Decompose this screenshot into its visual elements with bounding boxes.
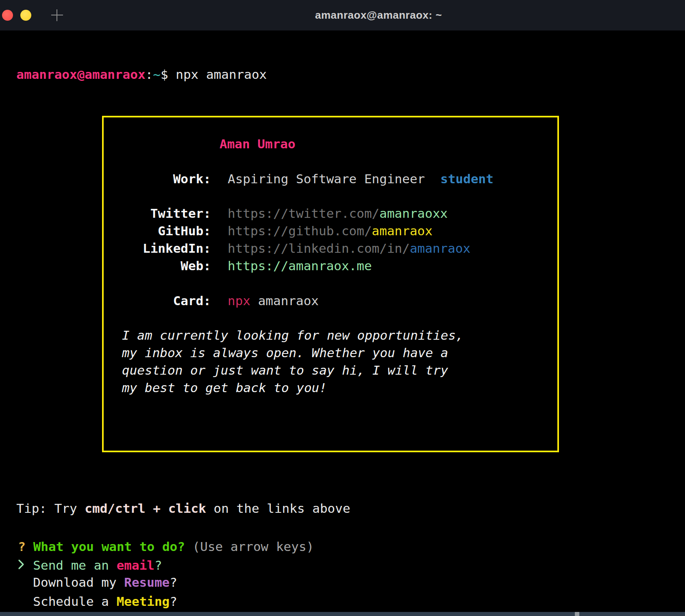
github-link[interactable]: https://github.com/amanraox	[228, 222, 433, 240]
minimize-button[interactable]	[20, 10, 31, 21]
menu-hint: (Use arrow keys)	[185, 539, 314, 554]
web-url: https://amanraox.me	[228, 258, 372, 273]
menu-option-email[interactable]: Send me an email?	[3, 539, 162, 556]
window-title: amanraox@amanraox: ~	[315, 0, 442, 30]
tip-shortcut-keys: cmd/ctrl	[85, 501, 145, 516]
card-row-web: Web: https://amanraox.me	[104, 257, 555, 275]
work-value: Aspiring Software Engineerstudent	[228, 170, 494, 188]
bottom-edge-handle	[575, 612, 579, 616]
prompt-user-host: amanraox@amanraox	[16, 67, 145, 82]
tip-line: Tip: Try cmd/ctrl + click on the links a…	[1, 482, 350, 500]
window-bottom-edge	[0, 612, 685, 616]
web-link[interactable]: https://amanraox.me	[228, 257, 372, 275]
card-cmd-label: Card:	[104, 292, 211, 310]
linkedin-link[interactable]: https://linkedin.com/in/amanraox	[228, 240, 470, 257]
menu-option-meeting[interactable]: Schedule a Meeting?	[3, 575, 177, 593]
window-titlebar: amanraox@amanraox: ~	[0, 0, 685, 30]
prompt-colon: :	[146, 67, 153, 82]
prompt-path: ~	[153, 67, 161, 82]
close-button[interactable]	[2, 10, 13, 21]
tip-prefix: Tip: Try	[16, 501, 85, 516]
new-tab-icon[interactable]	[51, 9, 63, 21]
menu-option-quit[interactable]: Just quit.	[3, 594, 109, 612]
option-highlight-meeting: Meeting	[117, 594, 170, 609]
card-row-linkedin: LinkedIn: https://linkedin.com/in/amanra…	[104, 240, 555, 257]
github-label: GitHub:	[104, 222, 211, 240]
card-row-work: Work: Aspiring Software Engineerstudent	[104, 170, 555, 188]
menu-question-line: ? What you want to do? (Use arrow keys)	[3, 521, 314, 538]
tip-suffix: on the links above	[206, 501, 350, 516]
linkedin-label: LinkedIn:	[104, 240, 211, 257]
tip-plus: +	[146, 501, 168, 516]
prompt-command: npx amanraox	[168, 67, 267, 82]
twitter-link[interactable]: https://twitter.com/amanraoxx	[228, 205, 448, 222]
github-handle: amanraox	[372, 223, 433, 238]
work-label: Work:	[104, 170, 211, 188]
card-row-card-cmd: Card: npx amanraox	[104, 292, 555, 310]
business-card: Aman Umrao Work: Aspiring Software Engin…	[102, 116, 559, 452]
twitter-label: Twitter:	[104, 205, 211, 222]
twitter-handle: amanraoxx	[379, 206, 448, 221]
card-name: Aman Umrao	[220, 135, 296, 153]
linkedin-handle: amanraox	[410, 241, 470, 256]
work-badge: student	[440, 171, 494, 186]
menu-option-resume[interactable]: Download my Resume?	[3, 556, 177, 574]
card-cmd-value: npx amanraox	[228, 292, 319, 310]
option-punct: ?	[170, 594, 177, 609]
card-row-github: GitHub: https://github.com/amanraox	[104, 222, 555, 240]
card-bio: I am currently looking for new opportuni…	[122, 327, 528, 397]
npx-package: amanraox	[250, 293, 319, 308]
prompt-dollar: $	[161, 67, 168, 82]
web-label: Web:	[104, 257, 211, 275]
tip-click: click	[168, 501, 206, 516]
shell-prompt-line: amanraox@amanraox:~$ npx amanraox	[1, 48, 267, 66]
card-row-twitter: Twitter: https://twitter.com/amanraoxx	[104, 205, 555, 222]
npx-keyword: npx	[228, 293, 250, 308]
